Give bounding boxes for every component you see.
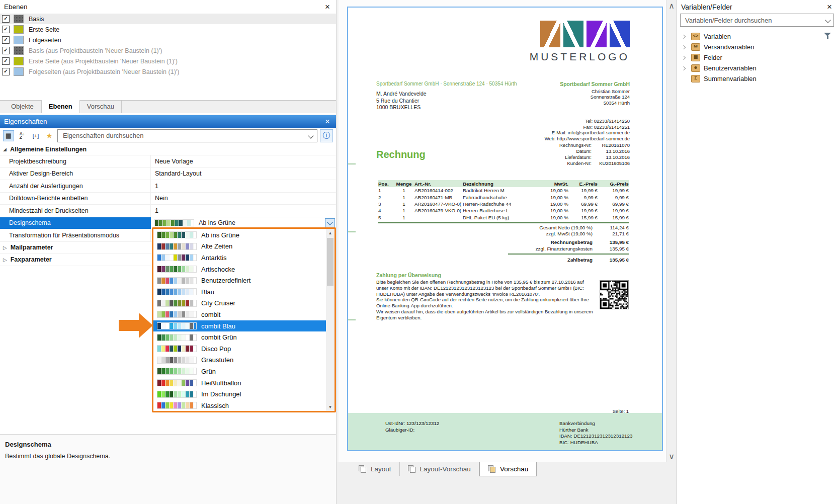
layer-checkbox[interactable]: ✓ [2,57,10,65]
invoice-page[interactable]: MUSTERLOGO Sportbedarf Sommer GmbH · Son… [347,7,663,451]
tree-expander-icon[interactable] [682,56,688,59]
company-address-line: 50354 Hürth [545,100,630,106]
variables-search-input[interactable] [684,16,823,25]
designschema-option[interactable]: Heißluftballon [153,377,326,389]
close-icon[interactable]: × [325,118,330,125]
designschema-option[interactable]: Disco Pop [153,343,326,355]
designschema-option[interactable]: Alte Zeiten [153,241,326,253]
view-tab-vorschau[interactable]: Vorschau [479,462,537,476]
designschema-option[interactable]: Grün [153,366,326,377]
tree-item-summenvariablen[interactable]: Σ Summenvariablen [677,73,837,84]
view-tab-layout[interactable]: Layout [351,462,400,476]
close-icon[interactable]: × [827,3,832,11]
scheme-palette [157,391,196,397]
scheme-label: Klassisch [201,402,229,409]
meta-row: Datum: 13.10.2016 [559,148,630,154]
scroll-up-icon[interactable]: ▲ [326,229,334,237]
designschema-option[interactable]: Klassisch [153,400,326,411]
preview-scrollbar[interactable]: ∧ ∨ [666,0,677,462]
tree-expander-icon[interactable] [682,46,688,49]
layer-checkbox[interactable]: ✓ [2,26,10,33]
close-icon[interactable]: × [325,3,330,11]
panel-tab-ebenen[interactable]: Ebenen [41,100,80,113]
designschema-option[interactable]: combit Grün [153,331,326,343]
categorized-view-icon[interactable]: ▦ [3,130,14,141]
layer-row[interactable]: ✓ Erste Seite [0,24,336,35]
scroll-down-icon[interactable]: ▼ [326,403,334,411]
properties-search-input[interactable] [62,131,309,140]
layer-checkbox[interactable]: ✓ [2,36,10,44]
filter-icon[interactable] [824,33,831,39]
layer-checkbox[interactable]: ✓ [2,47,10,54]
variables-search-box [680,14,834,27]
designschema-option[interactable]: combit Blau [153,320,326,332]
property-label: Anzahl der Ausfertigungen [0,180,151,192]
layer-checkbox[interactable]: ✓ [2,15,10,23]
designschema-option[interactable]: Blau [153,286,326,298]
layer-row[interactable]: ✓ Basis (aus Projektbaustein 'Neuer Baus… [0,45,336,56]
designschema-option[interactable]: combit [153,309,326,320]
section-allgemeine-einstellungen[interactable]: ◢ Allgemeine Einstellungen [0,143,336,155]
panel-tab-objekte[interactable]: Objekte [4,101,41,113]
payment-paragraph: Sie können den QR-GiroCode auf der recht… [376,297,596,309]
layer-row[interactable]: ✓ Folgeseiten (aus Projektbaustein 'Neue… [0,66,336,77]
meta-row: Rechnungs-Nr: RE20161070 [559,142,630,148]
info-icon[interactable]: ⓘ [320,129,333,142]
tree-expander-icon[interactable] [682,35,688,38]
chevron-down-icon[interactable] [825,17,830,23]
combo-open-button[interactable] [325,218,335,228]
favorites-star-icon[interactable]: ★ [44,130,55,141]
scheme-palette [157,368,196,374]
property-row[interactable]: Anzahl der Ausfertigungen 1 [0,180,336,193]
tree-item-variablen[interactable]: <> Variablen [677,31,837,42]
scheme-label: combit [201,311,220,318]
property-row[interactable]: Drilldown-Berichte einbetten Nein [0,193,336,205]
designschema-option[interactable]: Benutzerdefiniert [153,275,326,286]
table-cell: Herren-Radlerhose L [463,208,543,213]
column-header: E.-Preis [568,181,598,187]
logo-tile [587,21,607,47]
designschema-option[interactable]: Graustufen [153,355,326,366]
designschema-option[interactable]: Antarktis [153,252,326,264]
scheme-label: Grün [201,368,216,375]
scroll-up-icon[interactable]: ∧ [666,1,677,10]
layer-row[interactable]: ✓ Folgeseiten [0,35,336,45]
view-tab-label: Vorschau [500,465,528,473]
tree-item-benutzervariablen[interactable]: ☻ Benutzervariablen [677,63,837,73]
expand-all-icon[interactable]: [+] [30,130,41,141]
total-label: zzgl. MwSt (19,00 %) [479,231,593,237]
designschema-option[interactable]: Ab ins Grüne [153,229,326,241]
tree-item-felder[interactable]: ▦ Felder [677,52,837,63]
meta-label: Datum: [559,148,592,154]
scrollbar-thumb[interactable] [327,238,333,286]
tree-item-versandvariablen[interactable]: ✉ Versandvariablen [677,42,837,52]
meta-row: Kunden-Nr: KU201605106 [559,160,630,166]
designschema-option[interactable]: City Cruiser [153,298,326,309]
meta-value: KU201605106 [592,160,630,166]
table-cell: 9,99 € [568,195,598,200]
fold-mark [348,231,356,232]
layer-row[interactable]: ✓ Erste Seite (aus Projektbaustein 'Neue… [0,56,336,66]
divider [378,222,629,223]
properties-toolbar: ▦ A↓Z [+] ★ ⓘ [0,128,336,143]
total-label: zzgl. Finanzierungskosten [479,246,593,252]
panel-tab-vorschau[interactable]: Vorschau [80,101,122,113]
layer-checkbox[interactable]: ✓ [2,68,10,75]
sort-az-icon[interactable]: A↓Z [17,130,28,141]
table-row: 31AR20160477-VKO-0(Herren-Radschuhe 4419… [378,201,629,207]
table-row: 11AR20160414-002Radtrikot Herren M19,00 … [378,187,629,194]
property-row[interactable]: Mindestzahl der Druckseiten 1 [0,205,336,217]
layer-row[interactable]: ✓ Basis [0,14,336,24]
designschema-option[interactable]: Artischocke [153,264,326,275]
chevron-down-icon[interactable] [308,133,313,138]
tree-expander-icon[interactable] [682,67,688,70]
scroll-down-icon[interactable]: ∨ [666,452,677,461]
fold-mark [348,163,356,164]
dropdown-scrollbar[interactable]: ▲ ▼ [326,229,334,411]
scheme-palette [155,220,194,226]
property-row[interactable]: Projektbeschreibung Neue Vorlage [0,155,336,168]
view-tab-layout-vorschau[interactable]: Layout-Vorschau [400,462,479,476]
scheme-palette [157,357,196,363]
designschema-option[interactable]: Im Dschungel [153,388,326,400]
property-row[interactable]: Aktiver Design-Bereich Standard-Layout [0,168,336,181]
